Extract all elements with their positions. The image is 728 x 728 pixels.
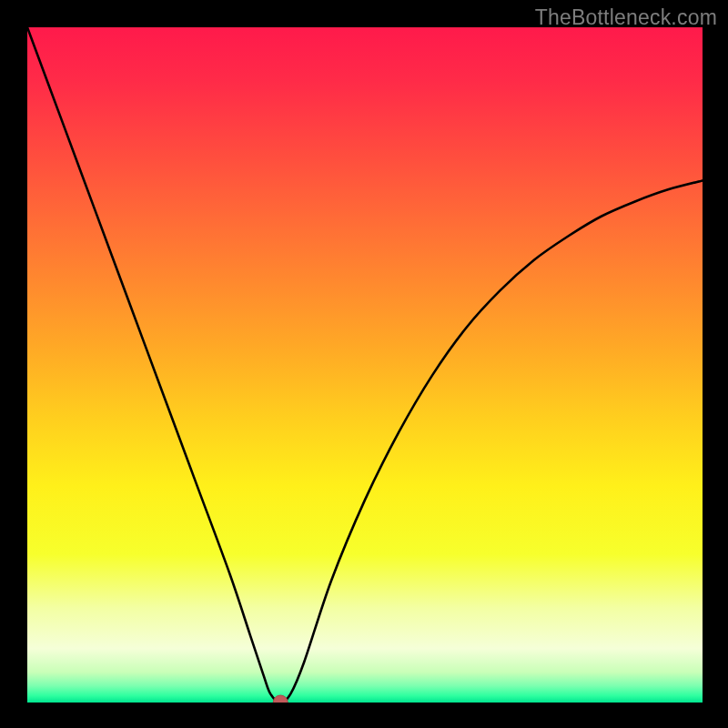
plot-area [27,27,703,703]
curve-layer [27,27,703,703]
bottleneck-curve [27,27,703,703]
minimum-marker [273,695,288,703]
chart-frame: TheBottleneck.com [0,0,728,728]
watermark-text: TheBottleneck.com [535,5,717,30]
